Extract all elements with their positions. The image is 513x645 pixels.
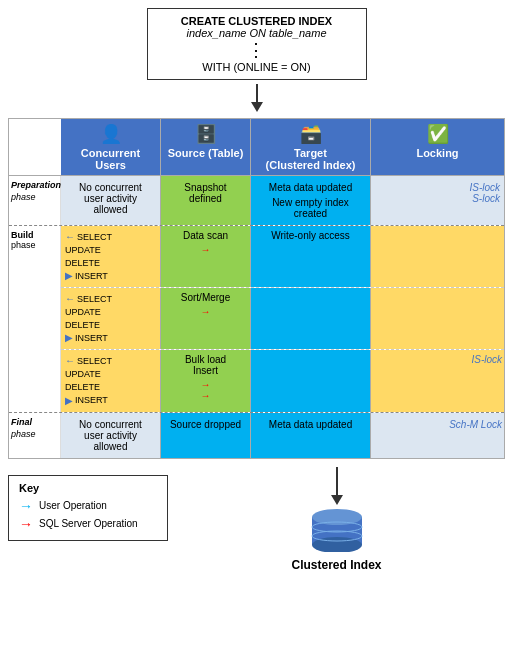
op-delete-label-1: DELETE: [65, 257, 100, 270]
red-arrow-3a: →: [165, 379, 246, 390]
sql-dots: ⋮: [160, 39, 354, 61]
build-source-1: Data scan →: [161, 226, 251, 287]
op-insert-3: ▶ INSERT: [65, 394, 156, 408]
key-sql-label: SQL Server Operation: [39, 518, 138, 529]
red-arrow-1a: →: [165, 244, 246, 255]
op-select-label-3: SELECT: [77, 355, 112, 368]
sql-line1: CREATE CLUSTERED INDEX: [160, 15, 354, 27]
op-delete-label-3: DELETE: [65, 381, 100, 394]
op-delete-3: DELETE: [65, 381, 156, 394]
key-blue-arrow: →: [19, 498, 33, 514]
build-is-lock: IS-lock: [373, 354, 502, 365]
red-arrow-2: →: [165, 306, 246, 317]
blue-arrow-insert-3: ▶: [65, 394, 73, 408]
prep-source-cell: Snapshotdefined: [161, 176, 251, 225]
prep-source-text: Snapshotdefined: [165, 182, 246, 204]
build-source-2: Sort/Merge →: [161, 288, 251, 349]
bottom-section: Key → User Operation → SQL Server Operat…: [8, 467, 505, 572]
clustered-index-label: Clustered Index: [291, 558, 381, 572]
op-delete-2: DELETE: [65, 319, 156, 332]
final-sch-lock: Sch-M Lock: [373, 419, 502, 430]
build-source-label-3: Bulk loadInsert: [165, 354, 246, 376]
blue-arrow-select-3: ←: [65, 354, 75, 368]
final-concurrent-cell: No concurrentuser activityallowed: [61, 413, 161, 458]
header-row: 👤 ConcurrentUsers 🗄️ Source (Table) 🗃️ T…: [9, 119, 504, 176]
build-source-label-1: Data scan: [165, 230, 246, 241]
op-insert-1: ▶ INSERT: [65, 269, 156, 283]
final-phase-name: Final: [11, 417, 32, 427]
concurrent-icon: 👤: [63, 123, 158, 145]
final-phase: Final phase No concurrentuser activityal…: [9, 412, 504, 458]
build-row-2: ← SELECT UPDATE DELETE ▶ INSER: [61, 287, 504, 349]
build-target-3: [251, 350, 371, 411]
build-concurrent-3: ← SELECT UPDATE DELETE ▶ INSER: [61, 350, 161, 411]
op-insert-label-3: INSERT: [75, 394, 108, 407]
build-phase-name: Build: [11, 230, 58, 240]
build-phase-label: Build phase: [9, 226, 61, 412]
op-update-label-2: UPDATE: [65, 306, 101, 319]
op-select-label-1: SELECT: [77, 231, 112, 244]
final-target-text: Meta data updated: [255, 419, 366, 430]
prep-target-cell: Meta data updated New empty index create…: [251, 176, 371, 225]
arrow-down-sql: [247, 84, 267, 114]
clustered-index-icon: [307, 507, 367, 554]
build-target-1: Write-only access: [251, 226, 371, 287]
blue-arrow-insert-2: ▶: [65, 331, 73, 345]
build-source-3: Bulk loadInsert → →: [161, 350, 251, 411]
col-header-target: 🗃️ Target(Clustered Index): [251, 119, 371, 176]
source-header-label: Source (Table): [168, 147, 244, 159]
prep-locking-cell: IS-lock S-lock: [371, 176, 504, 225]
op-select-label-2: SELECT: [77, 293, 112, 306]
build-concurrent-1: ← SELECT UPDATE DELETE ▶ INSER: [61, 226, 161, 287]
build-source-label-2: Sort/Merge: [165, 292, 246, 303]
prep-phase-sub: phase: [11, 192, 36, 202]
build-locking-3: IS-lock: [371, 350, 504, 411]
key-item-user: → User Operation: [19, 498, 157, 514]
crud-ops-2: ← SELECT UPDATE DELETE ▶ INSER: [65, 292, 156, 345]
target-icon: 🗃️: [253, 123, 368, 145]
concurrent-header-label: ConcurrentUsers: [81, 147, 140, 171]
final-locking-cell: Sch-M Lock: [371, 413, 504, 458]
final-source-cell: Source dropped: [161, 413, 251, 458]
build-row-1: ← SELECT UPDATE DELETE ▶ INSER: [61, 226, 504, 287]
build-phase: Build phase ← SELECT UPDATE: [9, 225, 504, 412]
final-phase-label: Final phase: [9, 413, 61, 458]
locking-icon: ✅: [373, 123, 502, 145]
op-insert-2: ▶ INSERT: [65, 331, 156, 345]
prep-concurrent-text: No concurrentuser activityallowed: [65, 182, 156, 215]
op-update-3: UPDATE: [65, 368, 156, 381]
svg-marker-3: [331, 495, 343, 505]
prep-concurrent-cell: No concurrentuser activityallowed: [61, 176, 161, 225]
blue-arrow-select-1: ←: [65, 230, 75, 244]
prep-phase-name: Preparation: [11, 180, 61, 190]
op-select-1: ← SELECT: [65, 230, 156, 244]
db-icon-svg: [307, 507, 367, 552]
source-icon: 🗄️: [163, 123, 248, 145]
op-delete-label-2: DELETE: [65, 319, 100, 332]
build-concurrent-2: ← SELECT UPDATE DELETE ▶ INSER: [61, 288, 161, 349]
build-row-3: ← SELECT UPDATE DELETE ▶ INSER: [61, 349, 504, 411]
svg-point-5: [312, 509, 362, 525]
red-arrows-1: →: [165, 244, 246, 255]
build-target-2: [251, 288, 371, 349]
final-source-text: Source dropped: [165, 419, 246, 430]
op-select-2: ← SELECT: [65, 292, 156, 306]
op-delete-1: DELETE: [65, 257, 156, 270]
blue-arrow-select-2: ←: [65, 292, 75, 306]
locking-header-label: Locking: [416, 147, 458, 159]
blue-arrow-insert-1: ▶: [65, 269, 73, 283]
prep-phase-label: Preparation phase: [9, 176, 61, 225]
key-item-sql: → SQL Server Operation: [19, 516, 157, 532]
arrow-clustered-section: Clustered Index: [168, 467, 505, 572]
op-insert-label-2: INSERT: [75, 332, 108, 345]
crud-ops-3: ← SELECT UPDATE DELETE ▶ INSER: [65, 354, 156, 407]
op-select-3: ← SELECT: [65, 354, 156, 368]
final-target-cell: Meta data updated: [251, 413, 371, 458]
col-header-concurrent: 👤 ConcurrentUsers: [61, 119, 161, 176]
col-header-locking: ✅ Locking: [371, 119, 504, 176]
op-insert-label-1: INSERT: [75, 270, 108, 283]
op-update-label-1: UPDATE: [65, 244, 101, 257]
op-update-label-3: UPDATE: [65, 368, 101, 381]
header-spacer: [9, 119, 61, 176]
build-phase-sub: phase: [11, 240, 58, 250]
